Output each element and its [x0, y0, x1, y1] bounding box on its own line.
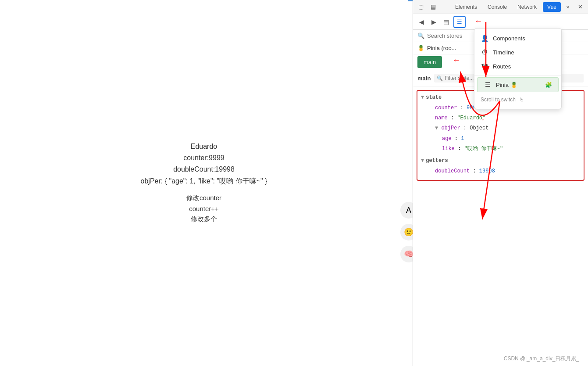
components-icon: 👤	[481, 35, 488, 42]
devtools-panel: ⬚ ▤ Elements Console Network Vue » ✕ ◀ ▶…	[413, 0, 588, 366]
routes-label: Routes	[493, 63, 511, 70]
state-objper-line: ▼ objPer : Object	[428, 123, 580, 133]
scroll-hint-icon: 🖱	[519, 97, 524, 103]
routes-icon: 🗺	[481, 63, 488, 70]
inspect-icon-btn[interactable]: ⬚	[416, 2, 426, 12]
state-properties: counter : 9999 name : "Eduardo" ▼ objPer…	[421, 103, 580, 154]
arrow-to-main: ←	[453, 56, 460, 65]
main-store-tab[interactable]: main	[417, 56, 442, 68]
state-like-line: like : "哎哟 你干嘛~"	[435, 144, 580, 154]
components-label: Components	[493, 35, 525, 42]
state-doublecount-line: doubleCount : 19998	[428, 166, 580, 176]
csdn-footer: CSDN @i_am_a_div_日积月累_	[504, 355, 579, 362]
search-icon: 🔍	[417, 32, 424, 39]
state-store-name: main	[417, 75, 431, 82]
dropdown-divider	[474, 75, 561, 75]
tab-vue[interactable]: Vue	[543, 2, 561, 12]
state-name-line: name : "Eduardo"	[428, 113, 580, 123]
list-icon-btn[interactable]: ☰	[453, 16, 466, 28]
memo-btn[interactable]: ▤	[441, 17, 451, 27]
forward-btn[interactable]: ▶	[429, 17, 438, 27]
pinia-list-icon: ☰	[484, 81, 492, 88]
tab-network[interactable]: Network	[513, 2, 541, 12]
scroll-hint-text: Scroll to switch	[481, 97, 516, 103]
more-tabs-btn[interactable]: »	[563, 2, 573, 12]
tab-elements[interactable]: Elements	[451, 2, 481, 12]
pinia-puzzle-icon: 🧩	[545, 82, 552, 88]
main-content-area: Eduardo counter:9999 doubleCount:19998 o…	[0, 0, 408, 366]
collapse-state-icon[interactable]: ▼	[421, 94, 424, 100]
timeline-label: Timeline	[493, 49, 514, 56]
modify-counter-btn[interactable]: 修改counter	[186, 194, 221, 202]
getters-section: ▼ getters doubleCount : 19998	[421, 158, 580, 176]
back-btn[interactable]: ◀	[417, 17, 426, 27]
devtools-nav-toolbar: ◀ ▶ ▤ ☰ ←	[413, 14, 588, 30]
getters-properties: doubleCount : 19998	[421, 166, 580, 176]
vue-dropdown-menu: 👤 Components ⏱ Timeline 🗺 Routes ☰ Pinia…	[474, 28, 562, 109]
pinia-root-label: Pinia (roo...	[427, 45, 456, 51]
modify-multiple-btn[interactable]: 修改多个	[191, 215, 217, 223]
counter-increment-btn[interactable]: counter++	[189, 205, 219, 212]
dropdown-item-components[interactable]: 👤 Components	[474, 31, 561, 45]
pinia-emoji: 🍍	[417, 45, 424, 51]
content-obj-per: objPer: { "age": 1, "like": "哎哟 你干嘛~" }	[141, 177, 267, 186]
collapse-getters-icon[interactable]: ▼	[421, 158, 424, 164]
responsive-icon-btn[interactable]: ▤	[428, 2, 438, 12]
dropdown-item-timeline[interactable]: ⏱ Timeline	[474, 45, 561, 59]
csdn-footer-text: CSDN @i_am_a_div_日积月累_	[504, 355, 579, 362]
pinia-dropdown-label: Pinia 🍍	[496, 82, 517, 88]
tab-console[interactable]: Console	[483, 2, 511, 12]
filter-search-icon: 🔍	[437, 75, 443, 81]
content-double-count: doubleCount:19998	[173, 165, 235, 173]
close-devtools-btn[interactable]: ✕	[575, 2, 585, 12]
devtools-top-toolbar: ⬚ ▤ Elements Console Network Vue » ✕	[413, 0, 588, 14]
content-counter: counter:9999	[183, 154, 224, 162]
content-name: Eduardo	[191, 143, 217, 151]
arrow-left-annotation: ←	[474, 17, 482, 26]
dropdown-item-pinia[interactable]: ☰ Pinia 🍍 🧩	[477, 77, 559, 92]
state-age-line: age : 1	[435, 134, 580, 144]
list-icon: ☰	[457, 18, 462, 25]
scroll-hint: Scroll to switch 🖱	[474, 93, 561, 106]
getters-section-label: ▼ getters	[421, 158, 580, 164]
dropdown-item-routes[interactable]: 🗺 Routes	[474, 59, 561, 73]
state-objper-nested: age : 1 like : "哎哟 你干嘛~"	[428, 134, 580, 154]
timeline-icon: ⏱	[481, 49, 488, 56]
